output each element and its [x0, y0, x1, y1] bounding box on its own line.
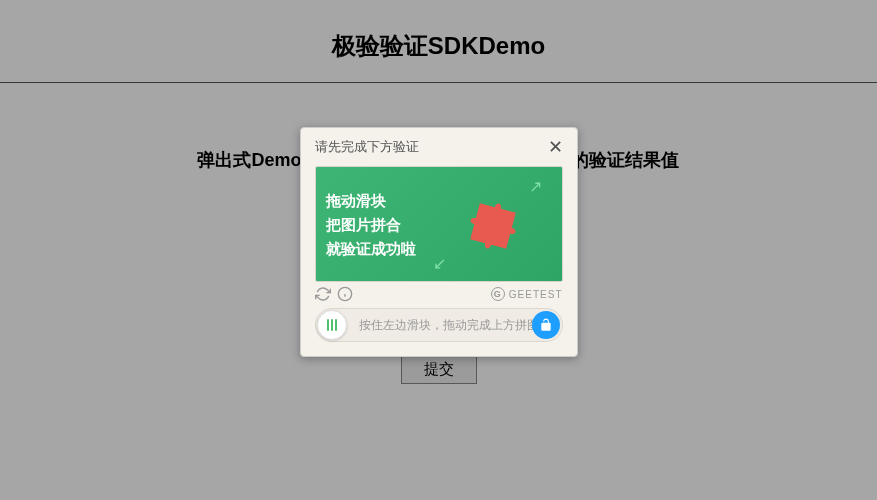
slider-handle[interactable] — [317, 310, 347, 340]
slider-track[interactable]: 按住左边滑块，拖动完成上方拼图 — [315, 308, 563, 342]
info-icon[interactable] — [337, 286, 353, 302]
slider-end-lock-icon — [532, 311, 560, 339]
brand-logo: G GEETEST — [491, 287, 563, 301]
brand-icon: G — [491, 287, 505, 301]
captcha-header-text: 请先完成下方验证 — [315, 138, 419, 156]
captcha-instruction-text: 拖动滑块 把图片拼合 就验证成功啦 — [326, 189, 416, 261]
brand-name: GEETEST — [509, 289, 563, 300]
refresh-icon[interactable] — [315, 286, 331, 302]
arrow-up-icon: ↗ — [529, 177, 542, 196]
captcha-toolbar: G GEETEST — [315, 286, 563, 302]
slider-hint-text: 按住左边滑块，拖动完成上方拼图 — [316, 317, 562, 334]
close-icon[interactable]: ✕ — [548, 138, 563, 156]
puzzle-piece-icon — [462, 195, 524, 257]
captcha-header: 请先完成下方验证 ✕ — [301, 128, 577, 164]
captcha-line1: 拖动滑块 — [326, 189, 416, 213]
captcha-line3: 就验证成功啦 — [326, 237, 416, 261]
slider-handle-bars-icon — [327, 319, 337, 331]
captcha-puzzle-image: 拖动滑块 把图片拼合 就验证成功啦 ↗ ↙ — [315, 166, 563, 282]
captcha-modal: 请先完成下方验证 ✕ 拖动滑块 把图片拼合 就验证成功啦 ↗ ↙ G GEETE… — [300, 127, 578, 357]
arrow-down-icon: ↙ — [433, 254, 446, 273]
captcha-line2: 把图片拼合 — [326, 213, 416, 237]
